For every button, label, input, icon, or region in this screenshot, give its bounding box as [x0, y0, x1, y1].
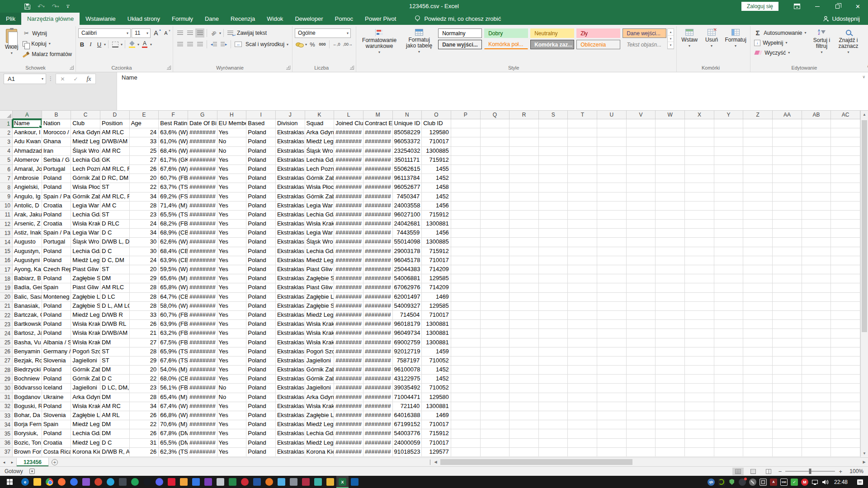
cell-F18[interactable]: 65,6% (M) — [159, 274, 188, 283]
cell-Q17[interactable] — [481, 265, 510, 274]
cell-P23[interactable] — [451, 320, 481, 329]
cell-J37[interactable]: Ekstraklas — [276, 448, 305, 457]
cell-D9[interactable]: AM RLC, F — [100, 192, 130, 202]
cell-K11[interactable]: Lechia Gda — [305, 211, 335, 220]
column-header-U[interactable]: U — [597, 111, 627, 119]
cell-M26[interactable]: ######## — [363, 347, 393, 357]
cell-P29[interactable] — [451, 375, 481, 384]
cell-O26[interactable]: 1459 — [422, 347, 451, 357]
cell-AC12[interactable] — [831, 220, 860, 229]
cell-X15[interactable] — [685, 247, 714, 256]
cell-N2[interactable]: 85058229 — [393, 128, 422, 137]
cell-Q23[interactable] — [481, 320, 510, 329]
taskbar-app-icon[interactable] — [263, 476, 275, 488]
cell-N21[interactable]: 54009327 — [393, 302, 422, 311]
cell-T23[interactable] — [568, 320, 597, 329]
cell-F30[interactable]: 56,1% (FB — [159, 384, 188, 393]
cell-AA25[interactable] — [773, 338, 802, 347]
cell-O2[interactable]: 129580 — [422, 128, 451, 137]
next-sheet-button[interactable]: ▸ — [8, 458, 16, 466]
cell-W2[interactable] — [656, 128, 685, 137]
cell-D2[interactable]: AM RLC — [100, 128, 130, 137]
cell-A24[interactable]: Bartosz, Ja — [13, 329, 42, 338]
cell-X17[interactable] — [685, 265, 714, 274]
cell-F11[interactable]: 65,5% (TS) — [159, 211, 188, 220]
cell-V25[interactable] — [627, 338, 656, 347]
cell-Q36[interactable] — [481, 439, 510, 448]
row-header-36[interactable]: 36 — [0, 439, 13, 448]
cell-Y16[interactable] — [714, 256, 744, 265]
cell-B31[interactable]: Ukraine — [42, 393, 71, 402]
cell-Z8[interactable] — [743, 183, 773, 192]
cell-O35[interactable]: 715912 — [422, 429, 451, 438]
cell-E28[interactable]: 20 — [130, 366, 159, 375]
cell-D25[interactable]: DM — [100, 338, 130, 347]
cell-N33[interactable]: 64016388 — [393, 411, 422, 420]
cell-AC36[interactable] — [831, 439, 860, 448]
row-header-10[interactable]: 10 — [0, 202, 13, 211]
cell-Q20[interactable] — [481, 293, 510, 302]
cell-X23[interactable] — [685, 320, 714, 329]
cell-W10[interactable] — [656, 202, 685, 211]
cell-L36[interactable]: ######## — [334, 439, 363, 448]
row-header-27[interactable]: 27 — [0, 357, 13, 366]
cell-N13[interactable]: 7443559 — [393, 229, 422, 238]
cell-E6[interactable]: 26 — [130, 165, 159, 174]
cell-K7[interactable]: Górnik Zab — [305, 174, 335, 183]
cell-M33[interactable]: ######## — [363, 411, 393, 420]
cell-C36[interactable]: Miedź Leg — [71, 439, 100, 448]
cell-Q27[interactable] — [481, 357, 510, 366]
cell-N34[interactable]: 67199152 — [393, 420, 422, 429]
cell-Q21[interactable] — [481, 302, 510, 311]
cell-T15[interactable] — [568, 247, 597, 256]
fill-button[interactable]: ↓Wypełnij▾ — [753, 38, 807, 47]
cell-Y35[interactable] — [714, 429, 744, 438]
wrap-text-button[interactable]: Zawijaj tekst — [226, 28, 268, 38]
cell-C6[interactable]: Lech Pozn — [71, 165, 100, 174]
cell-D6[interactable]: AM RLC, F — [100, 165, 130, 174]
cell-X5[interactable] — [685, 156, 714, 165]
cell-A9[interactable]: Angulo, Ig — [13, 192, 42, 202]
cell-X4[interactable] — [685, 147, 714, 156]
cell-K21[interactable]: Zagłębie S — [305, 302, 335, 311]
cell-AC4[interactable] — [831, 147, 860, 156]
cell-AB10[interactable] — [802, 202, 831, 211]
cell-B9[interactable]: Spain / Pa — [42, 192, 71, 202]
cell-Z6[interactable] — [743, 165, 773, 174]
macro-record-icon[interactable] — [29, 469, 35, 474]
cell-A11[interactable]: Arak, Jaku — [13, 211, 42, 220]
cell-V14[interactable] — [627, 238, 656, 247]
cell-E22[interactable]: 33 — [130, 311, 159, 320]
taskbar-app-icon[interactable] — [202, 476, 214, 488]
dialog-launcher-icon[interactable] — [286, 66, 290, 70]
cell-X28[interactable] — [685, 366, 714, 375]
cell-X2[interactable] — [685, 128, 714, 137]
cell-H26[interactable]: Yes — [217, 347, 247, 357]
cell-V11[interactable] — [627, 211, 656, 220]
cell-Y17[interactable] — [714, 265, 744, 274]
cell-M6[interactable]: ######## — [363, 165, 393, 174]
cell-S14[interactable] — [539, 238, 568, 247]
cell-D1[interactable]: Position — [100, 119, 130, 128]
cell-Y19[interactable] — [714, 283, 744, 292]
cell-D7[interactable]: D RC, DM — [100, 174, 130, 183]
taskbar-app-icon[interactable] — [214, 476, 226, 488]
cell-Z22[interactable] — [743, 311, 773, 320]
cell-S16[interactable] — [539, 256, 568, 265]
cell-A13[interactable]: Astiz, Inak — [13, 229, 42, 238]
cell-E3[interactable]: 33 — [130, 137, 159, 146]
cell-AA9[interactable] — [773, 192, 802, 202]
cell-AA35[interactable] — [773, 429, 802, 438]
cell-N8[interactable]: 96052677 — [393, 183, 422, 192]
cell-I37[interactable]: Poland — [246, 448, 276, 457]
cell-G26[interactable]: ######## — [188, 347, 217, 357]
cell-G20[interactable]: ######## — [188, 293, 217, 302]
cell-Z36[interactable] — [743, 439, 773, 448]
cell-T2[interactable] — [568, 128, 597, 137]
row-header-33[interactable]: 33 — [0, 411, 13, 420]
cell-T9[interactable] — [568, 192, 597, 202]
cell-O14[interactable]: 1300885 — [422, 238, 451, 247]
cell-X14[interactable] — [685, 238, 714, 247]
cell-T18[interactable] — [568, 274, 597, 283]
cell-P3[interactable] — [451, 137, 481, 146]
